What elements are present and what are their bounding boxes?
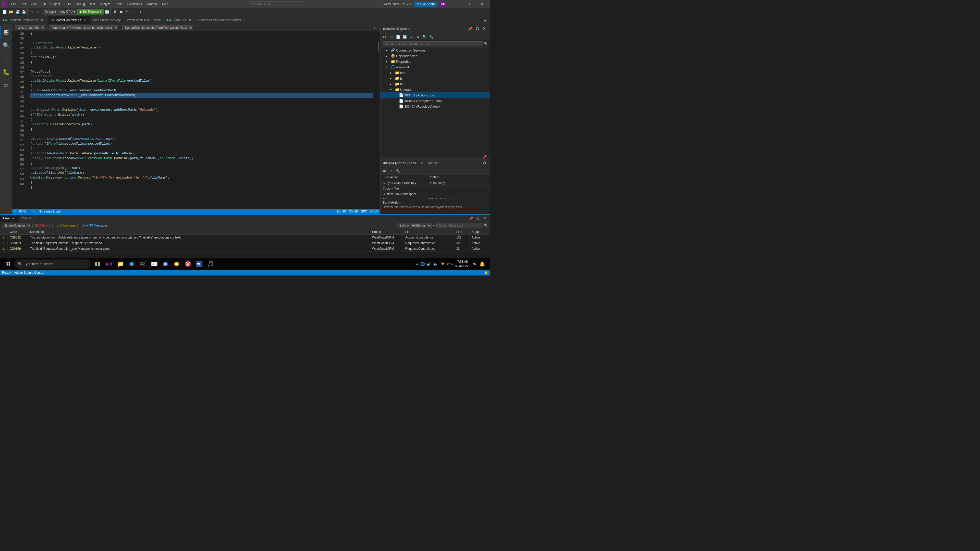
taskbar-app-word[interactable]: W xyxy=(194,259,204,269)
se-close-btn[interactable]: ✕ xyxy=(481,26,487,32)
code-editor[interactable]: } 0 references public IActionResult Uplo… xyxy=(26,32,377,209)
bottom-pin-btn[interactable]: 📌 xyxy=(468,216,474,221)
scrollbar-thumb[interactable] xyxy=(378,41,379,52)
undo-btn[interactable]: ↩ xyxy=(29,9,35,14)
error-list-search-input[interactable] xyxy=(436,223,482,228)
start-button[interactable]: ⊞ xyxy=(2,259,13,270)
taskbar-speaker-icon[interactable]: 🔈 xyxy=(433,262,438,266)
menu-file[interactable]: File xyxy=(9,1,18,7)
tab-close-home[interactable]: ✕ xyxy=(83,18,87,22)
menu-project[interactable]: Project xyxy=(48,1,62,7)
se-filter-btn[interactable]: ⌥ xyxy=(408,34,414,40)
project-breadcrumb-select[interactable]: WestCoastCRM xyxy=(15,25,45,30)
warnings-badge[interactable]: ⚠ 5 Warnings xyxy=(54,223,78,228)
tab-generate-letter[interactable]: GenerateLetterTemplate.cshtml ✕ xyxy=(195,16,250,24)
prop-float-btn[interactable]: ⬡ xyxy=(481,160,487,165)
tab-close-generate-letter[interactable]: ✕ xyxy=(242,18,247,22)
class-breadcrumb-select[interactable]: WestCoastCRM.Controllers.HomeController xyxy=(49,25,118,30)
activity-explorer[interactable] xyxy=(0,26,12,38)
tab-home-controller[interactable]: C# HomeController.cs ✕ xyxy=(48,16,90,24)
pause-btn[interactable]: ⏸ xyxy=(112,9,118,14)
menu-window[interactable]: Window xyxy=(145,1,159,7)
col-header-line[interactable]: Line xyxy=(454,230,469,233)
menu-edit[interactable]: Edit xyxy=(19,1,28,7)
taskbar-search-area[interactable]: 🔍 Type here to search xyxy=(14,259,91,268)
tab-settings-icon[interactable]: ⚙ xyxy=(482,18,488,24)
taskbar-app-explorer[interactable]: 📁 xyxy=(115,259,126,269)
tree-item-uploads[interactable]: ▼ 📁 Uploads xyxy=(380,87,490,92)
method-breadcrumb-select[interactable]: UploadTemplate(List<IFormFile> postedFil… xyxy=(122,25,193,30)
config-dropdown[interactable]: Debug ▾ xyxy=(43,9,58,14)
table-row[interactable]: ⚠ CS8632 The annotation for nullable ref… xyxy=(0,235,490,240)
col-header-file[interactable]: File xyxy=(403,230,454,233)
se-search-btn[interactable]: 🔍 xyxy=(422,34,428,40)
se-float-btn[interactable]: ⬡ xyxy=(474,26,480,32)
bottom-float-btn[interactable]: ⬡ xyxy=(475,216,481,221)
col-header-code[interactable]: Code xyxy=(8,230,28,233)
step-into-btn[interactable]: ↓ xyxy=(131,9,137,14)
taskbar-up-arrow[interactable]: ∧ xyxy=(416,262,418,266)
tree-item-js[interactable]: ▶ 📁 js xyxy=(380,76,490,81)
redo-btn[interactable]: ↪ xyxy=(35,9,41,14)
taskbar-app-chrome[interactable] xyxy=(160,259,170,269)
tree-item-lib[interactable]: ▶ 📁 lib xyxy=(380,81,490,87)
taskbar-show-desktop[interactable] xyxy=(487,259,488,270)
save-all-btn[interactable]: 💾 xyxy=(21,9,27,14)
tree-item-connected-services[interactable]: ▶ 🔗 Connected Services xyxy=(380,48,490,53)
new-project-btn[interactable]: 📄 xyxy=(2,9,8,14)
refresh-btn[interactable]: 🔄 xyxy=(104,9,110,14)
activity-git[interactable]: ⑂ xyxy=(0,53,12,65)
prop-sort-btn[interactable]: ↕ xyxy=(388,168,394,174)
stop-btn[interactable]: ⏹ xyxy=(118,9,124,14)
taskbar-app-music[interactable]: 🎵 xyxy=(205,259,215,269)
se-collapse-btn[interactable]: ⊟ xyxy=(382,34,388,40)
prop-wrench-btn[interactable]: 🔧 xyxy=(395,168,401,174)
taskbar-app-store[interactable]: 🛒 xyxy=(138,259,148,269)
taskbar-app-chrome2[interactable] xyxy=(172,259,182,269)
run-button[interactable]: ▶ IIS Express ▾ xyxy=(77,9,104,14)
close-button[interactable]: ✕ xyxy=(476,0,488,8)
step-over-btn[interactable]: ↷ xyxy=(124,9,130,14)
activity-search[interactable]: 🔍 xyxy=(0,40,12,52)
taskbar-volume-icon[interactable]: 🔊 xyxy=(426,262,431,266)
tree-item-file2[interactable]: ▶ 📄 303464 (Completed).docx xyxy=(380,98,490,103)
tree-item-file3[interactable]: ▶ 📄 303464 (Received).docx xyxy=(380,103,490,109)
taskbar-notification-icon[interactable]: 🔔 xyxy=(479,261,485,267)
tree-item-dependencies[interactable]: ▶ 📦 Dependencies xyxy=(380,53,490,59)
se-show-files-btn[interactable]: 📄 xyxy=(395,34,401,40)
menu-build[interactable]: Build xyxy=(62,1,73,7)
maximize-button[interactable]: □ xyxy=(463,0,474,8)
errors-badge[interactable]: ❌ 0 Errors xyxy=(32,223,52,228)
user-avatar[interactable]: GB xyxy=(439,0,447,8)
open-btn[interactable]: 📂 xyxy=(8,9,14,14)
activity-extensions[interactable]: ⧉ xyxy=(0,79,12,92)
se-pin-btn[interactable]: 📌 xyxy=(467,26,473,32)
col-header-desc[interactable]: Description xyxy=(28,230,370,233)
menu-debug[interactable]: Debug xyxy=(74,1,87,7)
menu-analyze[interactable]: Analyze xyxy=(98,1,113,7)
tab-close-startup[interactable]: ✕ xyxy=(188,18,192,22)
tree-item-properties[interactable]: ▶ 📁 Properties xyxy=(380,59,490,64)
prop-pin-btn[interactable]: 📌 xyxy=(481,154,487,160)
minimize-button[interactable]: ─ xyxy=(449,0,460,8)
menu-git[interactable]: Git xyxy=(40,1,48,7)
save-btn[interactable]: 💾 xyxy=(14,9,21,14)
menu-tools[interactable]: Tools xyxy=(113,1,124,7)
se-tools-btn[interactable]: 🔧 xyxy=(428,34,434,40)
taskbar-app-vs[interactable] xyxy=(104,259,115,269)
tree-item-file1[interactable]: ▶ 📄 303464 (Action).docx xyxy=(380,92,490,98)
taskbar-app-vs2[interactable]: 🎯 xyxy=(183,259,193,269)
taskbar-app-outlook[interactable]: 📧 xyxy=(149,259,159,269)
bottom-tab-error-list[interactable]: Error List xyxy=(0,215,19,222)
solution-explorer-search-input[interactable] xyxy=(383,41,483,46)
build-filter-select[interactable]: Build + IntelliSense xyxy=(396,223,431,228)
taskbar-lang[interactable]: ENG xyxy=(471,262,477,266)
platform-dropdown[interactable]: Any CPU ▾ xyxy=(58,9,77,14)
menu-help[interactable]: Help xyxy=(160,1,170,7)
messages-badge[interactable]: ℹ 0 of 43 Messages xyxy=(79,223,110,228)
se-properties-btn[interactable]: ⊞ xyxy=(388,34,394,40)
taskbar-network-icon[interactable]: 🌐 xyxy=(420,262,425,266)
menu-test[interactable]: Test xyxy=(88,1,97,7)
global-search-input[interactable] xyxy=(249,1,305,7)
add-file-btn[interactable]: + xyxy=(372,25,378,30)
